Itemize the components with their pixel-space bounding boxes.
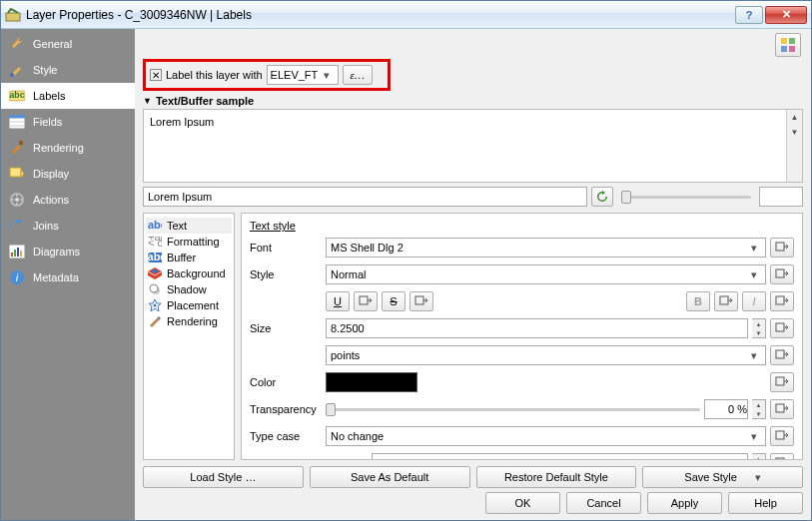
sidebar-item-general[interactable]: General: [1, 31, 135, 57]
restore-default-button[interactable]: Restore Default Style: [476, 466, 637, 488]
size-spinbox[interactable]: 8.2500: [326, 318, 748, 338]
underline-override-button[interactable]: [354, 291, 378, 311]
sidebar-item-metadata[interactable]: i Metadata: [1, 264, 135, 290]
category-list: abc Text +ab< c Formatting abc Buffer Ba…: [143, 213, 235, 460]
label-field-combo[interactable]: ELEV_FT ▾: [267, 65, 339, 85]
size-override-button[interactable]: [770, 318, 794, 338]
sidebar-item-label: Labels: [33, 90, 65, 102]
sidebar-item-style[interactable]: Style: [1, 57, 135, 83]
svg-rect-22: [789, 46, 795, 52]
category-text[interactable]: abc Text: [146, 218, 232, 234]
triangle-down-icon: ▼: [143, 96, 152, 106]
sidebar-item-joins[interactable]: Joins: [1, 213, 135, 239]
spacing-letter-override-button[interactable]: [770, 453, 794, 460]
refresh-sample-button[interactable]: [591, 187, 613, 207]
transparency-spinbox[interactable]: 0 %: [704, 399, 748, 419]
expression-button[interactable]: ε…: [343, 65, 373, 85]
typecase-row: Type case No change ▾: [250, 426, 794, 446]
category-formatting[interactable]: +ab< c Formatting: [146, 234, 232, 250]
chevron-down-icon: ▾: [747, 349, 761, 362]
style-manager-button[interactable]: [775, 33, 801, 57]
strikeout-button[interactable]: S: [382, 291, 406, 311]
svg-rect-34: [360, 296, 368, 304]
spacing-letter-spinbox[interactable]: 0.0000: [372, 453, 748, 460]
bold-button[interactable]: B: [686, 291, 710, 311]
style-combo[interactable]: Normal ▾: [326, 264, 766, 284]
italic-override-button[interactable]: [770, 291, 794, 311]
sidebar-item-label: Display: [33, 168, 69, 180]
sidebar-item-labels[interactable]: abc Labels: [1, 83, 135, 109]
transparency-slider[interactable]: [326, 408, 700, 411]
sample-scrollbar[interactable]: ▲ ▼: [786, 110, 802, 182]
chevron-down-icon: ▾: [747, 268, 761, 281]
help-button[interactable]: Help: [728, 492, 803, 514]
color-picker[interactable]: [326, 372, 417, 392]
text-style-panel: Text style Font MS Shell Dlg 2 ▾ Style N…: [241, 213, 803, 460]
sample-background-color[interactable]: [759, 187, 803, 207]
ok-button[interactable]: OK: [485, 492, 560, 514]
sidebar-item-label: Fields: [33, 116, 62, 128]
spacing-letter-spin-buttons[interactable]: ▲▼: [752, 453, 766, 460]
font-override-button[interactable]: [770, 238, 794, 258]
color-override-button[interactable]: [770, 372, 794, 392]
cancel-button[interactable]: Cancel: [566, 492, 641, 514]
typecase-override-button[interactable]: [770, 426, 794, 446]
svg-rect-8: [9, 115, 25, 118]
font-style-buttons-row: U S B I: [250, 291, 794, 311]
save-style-button[interactable]: Save Style▾: [642, 466, 803, 488]
sidebar-item-rendering[interactable]: Rendering: [1, 135, 135, 161]
spacing-label: Spacing: [250, 457, 322, 460]
strikeout-override-button[interactable]: [409, 291, 433, 311]
sidebar-item-actions[interactable]: Actions: [1, 187, 135, 213]
size-spin-buttons[interactable]: ▲▼: [752, 318, 766, 338]
style-label: Style: [250, 268, 322, 280]
underline-button[interactable]: U: [326, 291, 350, 311]
color-label: Color: [250, 376, 322, 388]
transparency-override-button[interactable]: [770, 399, 794, 419]
sample-text-input[interactable]: Lorem Ipsum: [143, 187, 587, 207]
close-button[interactable]: ✕: [765, 6, 807, 24]
transparency-row: Transparency 0 % ▲▼: [250, 399, 794, 419]
sidebar-item-diagrams[interactable]: Diagrams: [1, 239, 135, 264]
sample-size-slider[interactable]: [621, 196, 751, 199]
text-style-heading: Text style: [250, 220, 794, 232]
svg-rect-19: [781, 38, 787, 44]
body: General Style abc Labels Fields Renderin…: [1, 29, 811, 520]
label-field-value: ELEV_FT: [271, 69, 320, 81]
sample-section-header[interactable]: ▼ Text/Buffer sample: [143, 95, 803, 107]
category-buffer[interactable]: abc Buffer: [146, 250, 232, 265]
style-override-button[interactable]: [770, 264, 794, 284]
category-background[interactable]: Background: [146, 265, 232, 281]
size-unit-combo[interactable]: points ▾: [326, 345, 766, 365]
typecase-combo[interactable]: No change ▾: [326, 426, 766, 446]
apply-button[interactable]: Apply: [647, 492, 722, 514]
svg-rect-41: [776, 404, 784, 412]
svg-rect-43: [776, 458, 784, 460]
sidebar-item-display[interactable]: Display: [1, 161, 135, 187]
typecase-label: Type case: [250, 430, 322, 442]
transparency-spin-buttons[interactable]: ▲▼: [752, 399, 766, 419]
size-unit-override-button[interactable]: [770, 345, 794, 365]
bold-override-button[interactable]: [714, 291, 738, 311]
load-style-button[interactable]: Load Style …: [143, 466, 304, 488]
font-label: Font: [250, 242, 322, 254]
window-title: Layer Properties - C_3009346NW | Labels: [26, 8, 733, 22]
category-shadow[interactable]: Shadow: [146, 281, 232, 297]
svg-text:abc: abc: [148, 253, 162, 262]
save-default-button[interactable]: Save As Default: [310, 466, 470, 488]
sidebar-item-fields[interactable]: Fields: [1, 109, 135, 135]
enable-labels-checkbox[interactable]: ✕: [150, 69, 162, 81]
category-rendering[interactable]: Rendering: [146, 313, 232, 329]
info-icon: i: [9, 269, 25, 285]
sidebar-item-label: Joins: [33, 220, 59, 232]
italic-button[interactable]: I: [742, 291, 766, 311]
font-row: Font MS Shell Dlg 2 ▾: [250, 238, 794, 258]
spacing-letter-row: Spacing letter 0.0000 ▲▼: [250, 453, 794, 460]
font-combo[interactable]: MS Shell Dlg 2 ▾: [326, 238, 766, 258]
svg-rect-42: [776, 431, 784, 439]
svg-point-11: [15, 198, 19, 202]
window-buttons: ? ✕: [733, 6, 807, 24]
help-button[interactable]: ?: [735, 6, 763, 24]
main-panel: ✕ Label this layer with ELEV_FT ▾ ε… ▼ T…: [135, 29, 811, 520]
category-placement[interactable]: Placement: [146, 297, 232, 313]
